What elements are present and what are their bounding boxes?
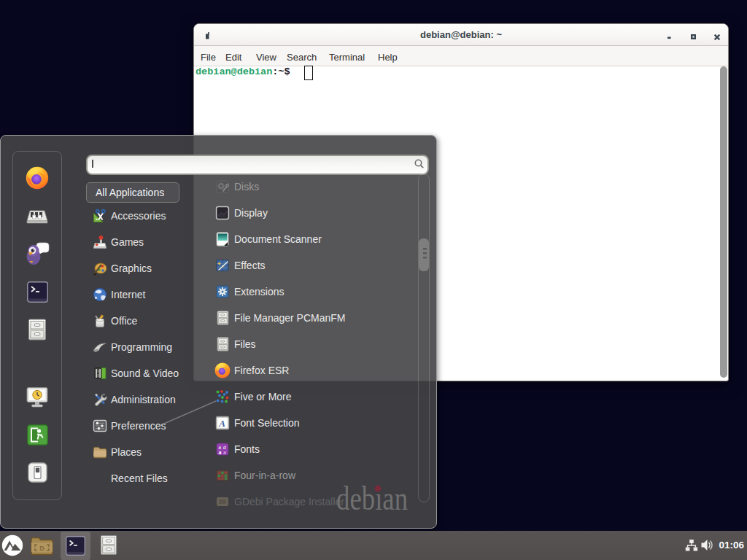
svg-text:a: a — [218, 449, 221, 456]
svg-text:a: a — [223, 449, 226, 456]
svg-text:D: D — [39, 545, 44, 552]
